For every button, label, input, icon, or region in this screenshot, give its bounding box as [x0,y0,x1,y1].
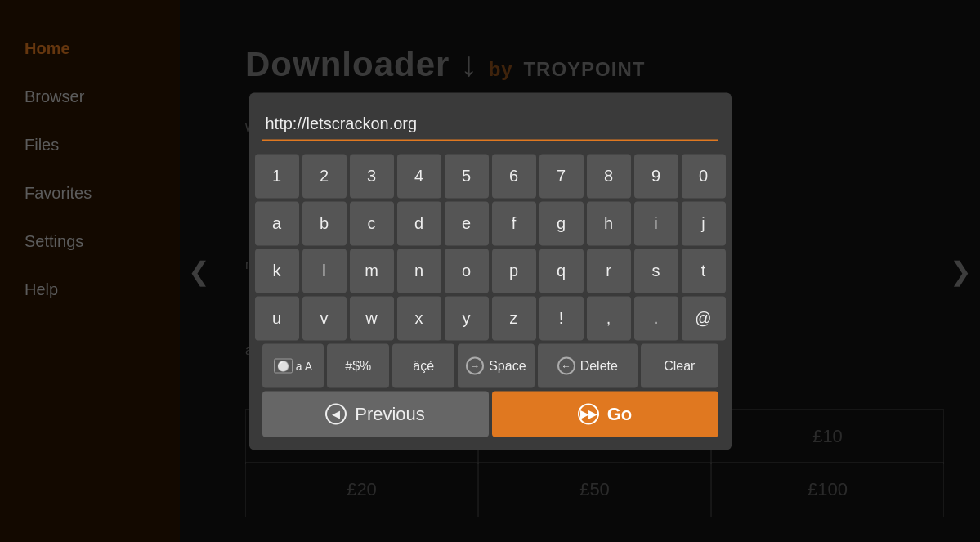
key-space[interactable]: → Space [458,343,534,387]
go-icon: ▶▶ [578,403,599,424]
key-7[interactable]: 7 [539,154,584,198]
previous-icon: ◀ [325,403,347,424]
key-n[interactable]: n [397,249,441,293]
keyboard-row-k-t: k l m n o p q r s t [262,249,718,293]
key-d[interactable]: d [397,201,441,245]
key-i[interactable]: i [634,201,678,245]
key-w[interactable]: w [350,296,394,340]
key-0[interactable]: 0 [682,154,726,198]
key-s[interactable]: s [634,249,678,293]
key-t[interactable]: t [682,249,726,293]
key-delete[interactable]: ← Delete [538,343,638,387]
key-u[interactable]: u [255,296,299,340]
key-e[interactable]: e [445,201,489,245]
key-8[interactable]: 8 [587,154,631,198]
key-b[interactable]: b [302,201,347,245]
key-x[interactable]: x [397,296,441,340]
key-p[interactable]: p [492,249,536,293]
key-h[interactable]: h [587,201,631,245]
key-m[interactable]: m [350,249,394,293]
key-3[interactable]: 3 [350,154,394,198]
key-l[interactable]: l [302,249,347,293]
keyboard-row-u-at: u v w x y z ! , . @ [262,296,718,340]
url-input[interactable] [262,109,718,141]
go-button[interactable]: ▶▶ Go [492,391,718,437]
key-a[interactable]: a [255,201,299,245]
key-symbols[interactable]: #$% [327,343,389,387]
keyboard-modal: 1 2 3 4 5 6 7 8 9 0 a b c d e f g h i j … [249,92,732,450]
keyboard-row-numbers: 1 2 3 4 5 6 7 8 9 0 [262,154,718,198]
key-clear[interactable]: Clear [641,343,718,387]
key-period[interactable]: . [634,296,678,340]
key-4[interactable]: 4 [397,154,441,198]
delete-icon: ← [557,356,575,374]
key-k[interactable]: k [255,249,299,293]
key-exclaim[interactable]: ! [539,296,584,340]
key-z[interactable]: z [492,296,536,340]
keyboard-special-row: ⚪ a A #$% äçé → Space ← Delete Clear [262,343,718,387]
key-o[interactable]: o [445,249,489,293]
key-f[interactable]: f [492,201,536,245]
key-c[interactable]: c [350,201,394,245]
keyboard-row-a-j: a b c d e f g h i j [262,201,718,245]
key-v[interactable]: v [302,296,347,340]
key-at[interactable]: @ [682,296,726,340]
key-6[interactable]: 6 [492,154,536,198]
key-1[interactable]: 1 [255,154,299,198]
key-case-toggle[interactable]: ⚪ a A [262,343,324,387]
key-y[interactable]: y [445,296,489,340]
key-5[interactable]: 5 [445,154,489,198]
previous-button[interactable]: ◀ Previous [262,391,489,437]
key-9[interactable]: 9 [634,154,678,198]
key-accents[interactable]: äçé [392,343,454,387]
action-row: ◀ Previous ▶▶ Go [262,391,718,437]
key-r[interactable]: r [587,249,631,293]
key-g[interactable]: g [539,201,584,245]
key-2[interactable]: 2 [302,154,347,198]
key-j[interactable]: j [682,201,726,245]
key-comma[interactable]: , [587,296,631,340]
key-q[interactable]: q [539,249,584,293]
space-icon: → [466,356,484,374]
case-icon: ⚪ [274,358,293,373]
